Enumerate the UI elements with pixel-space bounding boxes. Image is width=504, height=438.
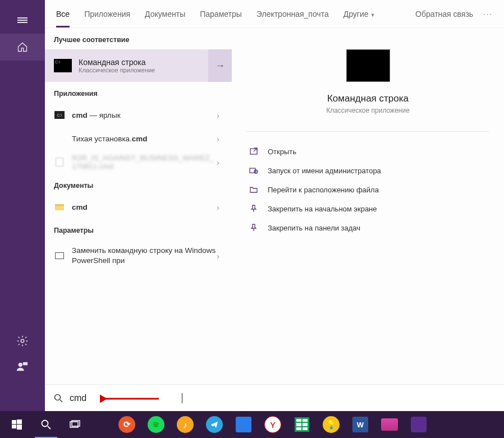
result-doc-item[interactable]: cmd › [45,195,232,219]
section-best-match: Лучшее соответствие [45,28,232,49]
tab-all[interactable]: Все [56,10,70,27]
folder-location-icon [249,185,259,195]
result-label: cmd — ярлык [72,111,217,119]
svg-point-0 [21,339,24,343]
divider [246,131,489,132]
preview-title: Командная строка [327,93,409,104]
hamburger-button[interactable] [0,7,45,34]
task-view-icon [70,420,81,429]
section-apps: Приложения [45,82,232,103]
section-docs: Документы [45,174,232,195]
chevron-right-icon: › [217,251,223,261]
search-bar[interactable] [45,384,504,411]
chevron-right-icon: › [217,134,223,144]
feedback-link[interactable]: Обратная связь [415,10,473,19]
spotify-icon [148,416,164,433]
preview-thumbnail [346,49,390,82]
result-label: Тихая установка.cmd [72,135,217,143]
taskbar-app[interactable] [287,411,317,438]
taskbar-app[interactable] [141,411,171,438]
svg-rect-9 [12,420,16,424]
taskbar-app[interactable]: ⟳ [112,411,141,438]
results-list: Лучшее соответствие C:\ Командная строка… [45,28,232,412]
svg-point-6 [55,394,61,400]
file-icon [54,158,65,167]
word-icon: W [352,417,368,432]
sheets-icon [295,417,309,432]
home-button[interactable] [0,34,45,61]
search-icon [41,419,51,430]
taskbar-app[interactable] [200,411,229,438]
result-label: cmd [72,203,217,211]
svg-rect-2 [23,362,28,366]
home-icon [17,42,28,53]
windows-icon [12,419,22,430]
best-match-item[interactable]: C:\ Командная строка Классическое прилож… [45,49,232,82]
hamburger-icon [17,16,28,24]
app-icon [411,417,427,432]
telegram-icon [206,416,223,433]
search-icon [54,394,63,403]
open-icon [249,146,259,156]
svg-line-7 [60,400,62,402]
chevron-right-icon: › [217,110,223,120]
start-button[interactable] [2,411,31,438]
more-button[interactable]: ··· [483,10,493,18]
tab-apps[interactable]: Приложения [84,10,130,19]
svg-point-13 [42,421,48,427]
tab-email[interactable]: Электронная_почта [256,10,329,19]
taskbar-app[interactable]: 💡 [317,411,346,438]
svg-point-1 [19,363,22,367]
task-view-button[interactable] [61,411,90,438]
shortcut-icon: C:\ [54,110,65,119]
tab-docs[interactable]: Документы [145,10,185,19]
filter-tabs: Все Приложения Документы Параметры Элект… [45,0,504,28]
svg-rect-11 [12,425,16,428]
section-params: Параметры [45,219,232,240]
taskbar-app[interactable] [404,411,433,438]
setting-icon [54,251,65,260]
expand-arrow-button[interactable]: → [208,49,232,82]
chevron-right-icon: › [217,202,223,212]
action-pin-taskbar[interactable]: Закрепить на панели задач [243,218,493,237]
tab-params[interactable]: Параметры [200,10,242,19]
result-app-item[interactable]: C:\ cmd — ярлык › [45,103,232,127]
action-open[interactable]: Открыть [243,142,493,161]
taskbar: ⟳ ♪ Y 💡 W [0,411,504,438]
action-open-location[interactable]: Перейти к расположению файла [243,180,493,199]
admin-icon [249,165,259,176]
search-panel: Все Приложения Документы Параметры Элект… [45,0,504,412]
folder-icon [54,202,65,211]
search-button[interactable] [31,411,61,438]
result-setting-item[interactable]: Заменить командную строку на Windows Pow… [45,240,232,271]
preview-subtitle: Классическое приложение [326,107,410,114]
best-match-subtitle: Классическое приложение [79,67,223,73]
settings-button[interactable] [0,335,45,347]
taskbar-app[interactable] [229,411,258,438]
svg-rect-10 [17,419,22,424]
pin-taskbar-icon [249,223,259,233]
svg-line-14 [48,426,51,429]
result-label: R2R_IS_AGAINST_BUSINESS_WAREZ_170811.cmd [72,154,217,170]
cortana-sidebar [0,0,45,412]
pin-start-icon [249,204,259,214]
person-chat-icon [16,361,29,373]
app-icon: ⟳ [118,416,135,433]
taskbar-app[interactable]: W [346,411,375,438]
yandex-icon: Y [264,416,281,433]
action-run-as-admin[interactable]: Запуск от имени администратора [243,161,493,180]
action-pin-start[interactable]: Закрепить на начальном экране [243,199,493,218]
caret-down-icon: ▼ [370,12,375,18]
taskbar-app[interactable]: ♪ [171,411,200,438]
result-app-item[interactable]: R2R_IS_AGAINST_BUSINESS_WAREZ_170811.cmd… [45,150,232,174]
taskbar-app[interactable]: Y [258,411,287,438]
search-input[interactable] [70,393,182,403]
chevron-right-icon: › [217,158,223,167]
result-app-item[interactable]: Тихая установка.cmd › [45,127,232,150]
feedback-button[interactable] [0,361,45,373]
tab-other[interactable]: Другие▼ [343,10,375,19]
gear-icon [16,335,29,347]
result-label: Заменить командную строку на Windows Pow… [72,246,217,266]
taskbar-app[interactable] [375,411,404,438]
svg-rect-12 [17,425,22,430]
